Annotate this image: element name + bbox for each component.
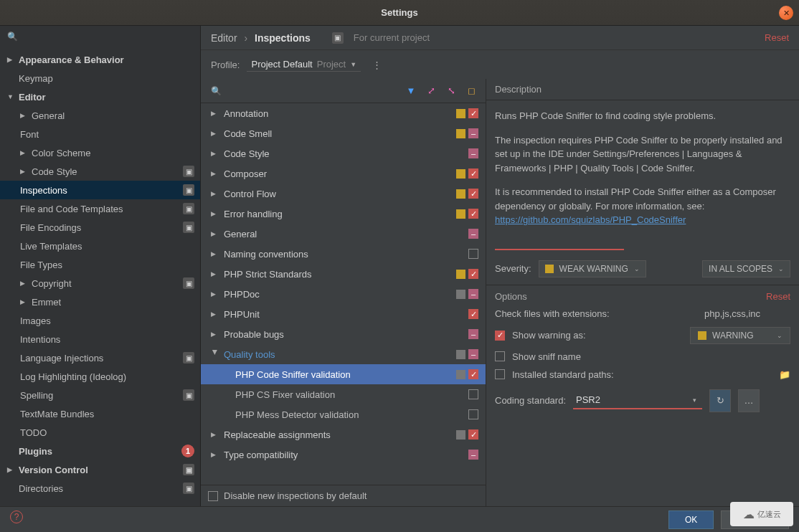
- description-link[interactable]: https://github.com/squizlabs/PHP_CodeSni…: [495, 214, 686, 225]
- reset-link[interactable]: Reset: [765, 32, 789, 43]
- inspection-category[interactable]: ▶Quality tools: [201, 344, 486, 364]
- disable-new-label: Disable new inspections by default: [224, 490, 367, 501]
- sniff-name-checkbox[interactable]: [495, 351, 505, 361]
- folder-icon[interactable]: 📁: [779, 369, 790, 380]
- sidebar-item-label: Images: [20, 315, 51, 326]
- sidebar-item[interactable]: File Types: [0, 255, 200, 274]
- sidebar-item[interactable]: Intentions: [0, 330, 200, 348]
- sidebar-item[interactable]: ▼Editor: [0, 87, 200, 106]
- sidebar-item[interactable]: Font: [0, 125, 200, 143]
- sidebar-item[interactable]: File and Code Templates▣: [0, 199, 200, 218]
- close-button[interactable]: ✕: [779, 6, 793, 20]
- inspection-category[interactable]: ▶Annotation✓: [201, 103, 486, 123]
- inspection-checkbox[interactable]: [468, 409, 478, 419]
- inspection-checkbox[interactable]: ✓: [468, 369, 478, 379]
- inspection-checkbox[interactable]: ✓: [468, 209, 478, 219]
- sidebar-item[interactable]: Inspections▣: [0, 181, 200, 199]
- options-reset-link[interactable]: Reset: [766, 291, 790, 302]
- inspection-checkbox[interactable]: ✓: [468, 189, 478, 199]
- inspection-checkbox[interactable]: ✓: [468, 108, 478, 118]
- chevron-right-icon: ▶: [212, 350, 219, 358]
- sidebar-item[interactable]: Images: [0, 311, 200, 330]
- toggle-icon[interactable]: ◻: [463, 82, 480, 100]
- breadcrumb-parent[interactable]: Editor: [211, 32, 237, 44]
- inspection-category[interactable]: ▶Probable bugs: [201, 324, 486, 344]
- ok-button[interactable]: OK: [668, 510, 714, 529]
- inspection-category[interactable]: ▶Type compatibility: [201, 445, 486, 465]
- gear-icon[interactable]: ⋮: [372, 60, 382, 70]
- sidebar-item[interactable]: Spelling▣: [0, 386, 200, 404]
- severity-swatch-icon: [545, 265, 554, 273]
- filter-icon[interactable]: ▼: [402, 82, 420, 100]
- inspection-checkbox[interactable]: [468, 229, 478, 239]
- inspection-checkbox[interactable]: ✓: [468, 269, 478, 279]
- sidebar-item[interactable]: File Encodings▣: [0, 218, 200, 237]
- inspection-category[interactable]: ▶Code Smell: [201, 123, 486, 143]
- inspection-item[interactable]: PHP Mess Detector validation: [201, 404, 486, 424]
- inspection-category[interactable]: ▶PHPDoc: [201, 284, 486, 304]
- severity-label: Severity:: [495, 263, 531, 274]
- coding-standard-row: Coding standard: PSR2 ▾ ↻ …: [486, 384, 799, 418]
- sidebar-item[interactable]: TextMate Bundles: [0, 404, 200, 423]
- inspection-category[interactable]: ▶PHP Strict Standards✓: [201, 264, 486, 284]
- sidebar-item[interactable]: ▶Version Control▣: [0, 460, 200, 479]
- inspection-checkbox[interactable]: [468, 329, 478, 339]
- inspection-checkbox[interactable]: [468, 148, 478, 158]
- severity-select[interactable]: WEAK WARNING ⌄: [539, 260, 646, 277]
- profile-select[interactable]: Project Default Project ▼: [247, 57, 361, 72]
- inspection-category[interactable]: ▶PHPUnit✓: [201, 304, 486, 324]
- inspection-checkbox[interactable]: [468, 249, 478, 259]
- inspection-category[interactable]: ▶Code Style: [201, 143, 486, 163]
- inspection-category[interactable]: ▶Control Flow✓: [201, 184, 486, 204]
- sidebar-item[interactable]: ▶Appearance & Behavior: [0, 50, 200, 69]
- sidebar-item[interactable]: ▶Color Scheme: [0, 143, 200, 162]
- sidebar-item[interactable]: ▶Emmet: [0, 293, 200, 311]
- paths-checkbox[interactable]: [495, 369, 505, 379]
- inspection-category[interactable]: ▶Composer✓: [201, 163, 486, 184]
- disable-new-checkbox[interactable]: [208, 491, 218, 501]
- scope-select[interactable]: IN ALL SCOPES ⌄: [702, 260, 790, 277]
- inspection-checkbox[interactable]: ✓: [468, 168, 478, 179]
- inspection-category[interactable]: ▶Replaceable assignments✓: [201, 424, 486, 445]
- sidebar-item[interactable]: ▶Code Style▣: [0, 162, 200, 181]
- sidebar-item[interactable]: Keymap: [0, 69, 200, 87]
- sidebar-item[interactable]: Log Highlighting (Ideolog): [0, 367, 200, 386]
- help-icon[interactable]: ?: [10, 510, 23, 523]
- sidebar-item[interactable]: ▶Copyright▣: [0, 274, 200, 293]
- inspection-checkbox[interactable]: [468, 450, 478, 460]
- inspection-category[interactable]: ▶Error handling✓: [201, 204, 486, 224]
- inspection-item[interactable]: PHP CS Fixer validation: [201, 384, 486, 404]
- inspection-checkbox[interactable]: [468, 289, 478, 299]
- content-area: Editor › Inspections ▣ For current proje…: [201, 26, 799, 506]
- warning-level-select[interactable]: WARNING ⌄: [690, 327, 790, 344]
- show-warning-checkbox[interactable]: ✓: [495, 331, 505, 341]
- inspection-checkbox[interactable]: [468, 389, 478, 399]
- sidebar-search[interactable]: 🔍: [0, 26, 200, 47]
- sidebar-item[interactable]: Language Injections▣: [0, 348, 200, 367]
- sidebar-item-label: Appearance & Behavior: [19, 54, 124, 65]
- titlebar: Settings ✕: [0, 0, 799, 26]
- collapse-all-icon[interactable]: ⤡: [443, 82, 460, 100]
- inspection-category[interactable]: ▶Naming conventions: [201, 244, 486, 264]
- inspection-item[interactable]: PHP Code Sniffer validation✓: [201, 364, 486, 384]
- inspection-checkbox[interactable]: [468, 128, 478, 138]
- expand-all-icon[interactable]: ⤢: [422, 82, 440, 100]
- refresh-button[interactable]: ↻: [709, 389, 731, 412]
- sidebar-item[interactable]: TODO: [0, 423, 200, 442]
- inspection-checkbox[interactable]: ✓: [468, 429, 478, 440]
- sidebar-item[interactable]: ▶General: [0, 106, 200, 125]
- description-text: Runs PHP Code Sniffer to find coding sty…: [495, 109, 790, 123]
- sidebar-item[interactable]: Directories▣: [0, 479, 200, 498]
- inspection-category[interactable]: ▶General: [201, 224, 486, 244]
- sidebar-item-label: Directories: [19, 483, 63, 494]
- inspection-checkbox[interactable]: ✓: [468, 309, 478, 319]
- more-button[interactable]: …: [738, 389, 760, 412]
- coding-standard-select[interactable]: PSR2 ▾: [573, 391, 702, 409]
- inspection-label: PHPUnit: [224, 309, 260, 320]
- extensions-input[interactable]: [704, 308, 790, 320]
- sidebar-item[interactable]: Plugins1: [0, 442, 200, 460]
- inspection-checkbox[interactable]: [468, 349, 478, 359]
- inspections-panel: 🔍 ▼ ⤢ ⤡ ◻ ▶Annotation✓▶Code Smell▶Code S…: [201, 79, 486, 506]
- sidebar-item[interactable]: Live Templates: [0, 237, 200, 255]
- inspections-search[interactable]: 🔍: [207, 86, 400, 96]
